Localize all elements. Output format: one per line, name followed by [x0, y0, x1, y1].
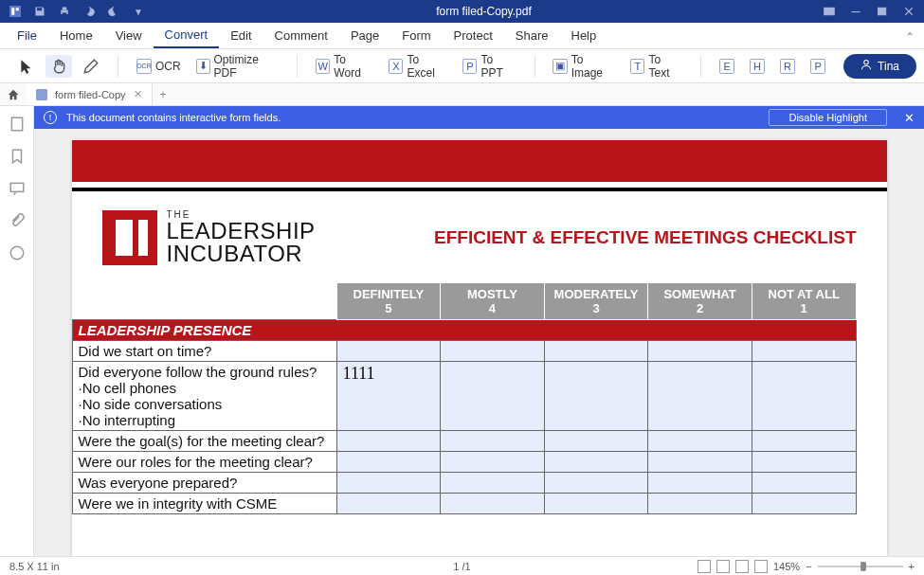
- document-tab[interactable]: form filed-Copy ✕: [27, 83, 153, 105]
- zoom-in-button[interactable]: +: [909, 561, 915, 572]
- menu-file[interactable]: File: [6, 23, 48, 48]
- convert-e-button[interactable]: E: [715, 56, 739, 77]
- menu-home[interactable]: Home: [48, 23, 104, 48]
- comments-panel-icon[interactable]: [9, 180, 26, 197]
- form-field-cell[interactable]: [441, 341, 545, 362]
- form-field-cell[interactable]: [752, 494, 856, 514]
- form-field-cell[interactable]: [752, 362, 856, 431]
- form-field-cell[interactable]: 1111: [336, 362, 441, 431]
- menu-convert[interactable]: Convert: [154, 23, 220, 48]
- hand-tool[interactable]: [45, 55, 72, 78]
- close-icon[interactable]: [901, 4, 916, 19]
- info-close-icon[interactable]: ✕: [904, 111, 915, 125]
- user-badge[interactable]: Tina: [843, 54, 916, 79]
- redo-icon[interactable]: [106, 4, 121, 19]
- form-field-cell[interactable]: [336, 452, 441, 473]
- edit-tool[interactable]: [78, 55, 104, 78]
- menu-help[interactable]: Help: [560, 23, 608, 48]
- form-field-cell[interactable]: [752, 473, 856, 494]
- form-field-cell[interactable]: [648, 431, 752, 452]
- zoom-slider[interactable]: [818, 566, 903, 567]
- view-continuous-icon[interactable]: [716, 560, 730, 573]
- to-ppt-button[interactable]: PTo PPT: [458, 50, 520, 82]
- question-cell: Were the goal(s) for the meeting clear?: [72, 431, 336, 452]
- form-field-cell[interactable]: [648, 494, 752, 514]
- form-field-cell[interactable]: [648, 341, 752, 362]
- minimize-icon[interactable]: [848, 4, 863, 19]
- optimize-icon: ⬇: [196, 59, 210, 74]
- zoom-out-button[interactable]: −: [806, 561, 811, 572]
- undo-icon[interactable]: [82, 4, 97, 19]
- form-field-cell[interactable]: [752, 341, 856, 362]
- form-field-cell[interactable]: [336, 341, 441, 362]
- optimize-pdf-button[interactable]: ⬇Optimize PDF: [191, 50, 284, 82]
- maximize-icon[interactable]: [875, 4, 890, 19]
- form-field-cell[interactable]: [441, 431, 545, 452]
- form-field-cell[interactable]: [752, 452, 856, 473]
- page-indicator[interactable]: 1 /1: [453, 561, 470, 572]
- form-field-cell[interactable]: [441, 362, 545, 431]
- tab-close-icon[interactable]: ✕: [134, 88, 142, 100]
- to-image-button[interactable]: ▣To Image: [548, 50, 620, 82]
- convert-h-button[interactable]: H: [745, 56, 770, 77]
- menu-edit[interactable]: Edit: [219, 23, 263, 48]
- save-icon[interactable]: [32, 4, 47, 19]
- attachments-icon[interactable]: [9, 212, 26, 229]
- svg-rect-7: [852, 11, 861, 12]
- to-excel-button[interactable]: XTo Excel: [384, 50, 452, 82]
- view-facing-icon[interactable]: [735, 560, 749, 573]
- to-word-button[interactable]: WTo Word: [311, 50, 378, 82]
- menu-comment[interactable]: Comment: [263, 23, 339, 48]
- form-field-cell[interactable]: [544, 431, 648, 452]
- menu-form[interactable]: Form: [390, 23, 442, 48]
- convert-p-button[interactable]: P: [806, 56, 830, 77]
- menu-page[interactable]: Page: [339, 23, 390, 48]
- select-tool[interactable]: [13, 55, 40, 78]
- title-bar: ▼ form filed-Copy.pdf: [0, 0, 924, 23]
- zoom-value: 145%: [773, 561, 800, 572]
- disable-highlight-button[interactable]: Disable Highlight: [769, 109, 887, 126]
- form-field-cell[interactable]: [336, 431, 441, 452]
- form-field-cell[interactable]: [648, 362, 752, 431]
- form-field-cell[interactable]: [336, 494, 441, 514]
- chat-icon[interactable]: [9, 244, 26, 261]
- menu-view[interactable]: View: [104, 23, 154, 48]
- menu-bar: File Home View Convert Edit Comment Page…: [0, 23, 924, 49]
- to-text-button[interactable]: TTo Text: [625, 50, 687, 82]
- menu-share[interactable]: Share: [504, 23, 560, 48]
- form-field-cell[interactable]: [544, 473, 648, 494]
- collapse-ribbon-icon[interactable]: ⌃: [905, 30, 915, 44]
- view-single-icon[interactable]: [698, 560, 711, 573]
- view-facing-cont-icon[interactable]: [754, 560, 768, 573]
- form-field-cell[interactable]: [441, 494, 545, 514]
- page-viewport[interactable]: THE LEADERSHIP INCUBATOR EFFICIENT & EFF…: [34, 129, 924, 556]
- left-sidebar: [0, 106, 34, 556]
- pdf-page: THE LEADERSHIP INCUBATOR EFFICIENT & EFF…: [72, 140, 887, 556]
- print-icon[interactable]: [57, 4, 72, 19]
- to-image-label: To Image: [571, 53, 616, 80]
- form-field-cell[interactable]: [544, 341, 648, 362]
- menu-protect[interactable]: Protect: [443, 23, 504, 48]
- form-field-cell[interactable]: [544, 452, 648, 473]
- form-field-cell[interactable]: [752, 431, 856, 452]
- form-field-cell[interactable]: [441, 452, 545, 473]
- thumbnails-icon[interactable]: [9, 116, 26, 133]
- info-message: This document contains interactive form …: [66, 112, 281, 123]
- table-row: Were we in integrity with CSME: [72, 494, 856, 514]
- new-tab-button[interactable]: +: [153, 88, 174, 101]
- svg-rect-2: [16, 8, 19, 10]
- form-field-cell[interactable]: [648, 452, 752, 473]
- convert-r-button[interactable]: R: [775, 56, 800, 77]
- bookmarks-icon[interactable]: [9, 148, 26, 165]
- form-field-cell[interactable]: [544, 494, 648, 514]
- home-tab-icon[interactable]: [0, 88, 27, 101]
- mail-icon[interactable]: [822, 4, 837, 19]
- qat-dropdown-icon[interactable]: ▼: [131, 4, 146, 19]
- question-cell: Was everyone prepared?: [72, 473, 336, 494]
- form-field-cell[interactable]: [336, 473, 441, 494]
- ocr-button[interactable]: OCROCR: [132, 56, 186, 77]
- app-logo-icon[interactable]: [8, 4, 23, 19]
- form-field-cell[interactable]: [441, 473, 545, 494]
- form-field-cell[interactable]: [544, 362, 648, 431]
- form-field-cell[interactable]: [648, 473, 752, 494]
